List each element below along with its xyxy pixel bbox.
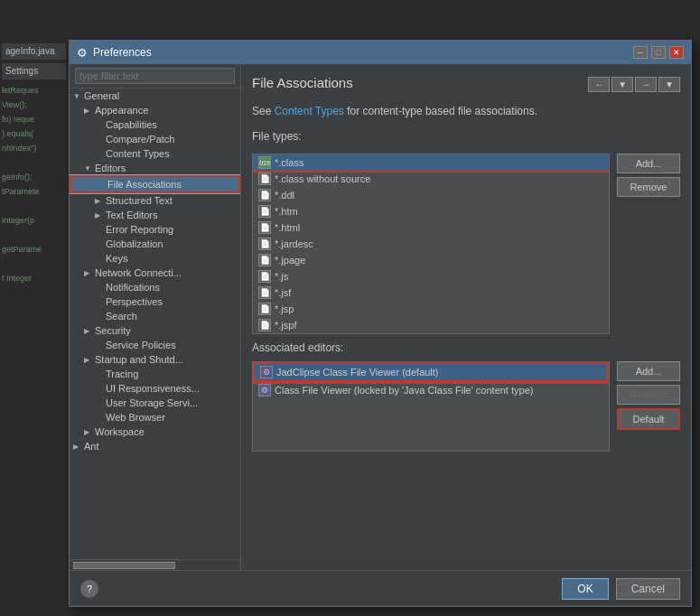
arrow-workspace: ▶ (84, 428, 95, 436)
tree-item-content-types[interactable]: ▶ Content Types (70, 146, 240, 161)
tree-item-workspace[interactable]: ▶ Workspace (70, 425, 240, 439)
tree-item-error-reporting[interactable]: ▶ Error Reporting (70, 222, 240, 237)
tree-item-ui-responsiveness[interactable]: ▶ UI Responsiveness... (70, 381, 240, 396)
code-line-1: letReques (2, 83, 66, 98)
ok-button[interactable]: OK (562, 578, 608, 600)
code-line-10: Integer(p (2, 213, 66, 228)
editor-jadclipse[interactable]: ⚙ JadClipse Class File Viewer (default) (253, 362, 609, 382)
dialog-minimize-button[interactable]: ─ (633, 46, 648, 59)
tab-ageinfo[interactable]: ageInfo.java (2, 43, 66, 60)
nav-forward-dropdown-button[interactable]: ▼ (658, 77, 680, 92)
nav-arrows: ← ▼ → ▼ (588, 77, 680, 92)
tree-label-notifications: Notifications (106, 282, 160, 293)
arrow-network: ▶ (84, 269, 95, 277)
file-type-js[interactable]: 📄 *.js (253, 268, 609, 285)
tree-hscrollbar[interactable] (70, 559, 240, 570)
tree-item-ant[interactable]: ▶ Ant (70, 439, 240, 453)
associated-editors-section: Associated editors: ⚙ JadClipse Class Fi… (252, 341, 680, 452)
tree-label-general: General (84, 90, 119, 101)
associated-editors-list[interactable]: ⚙ JadClipse Class File Viewer (default) … (252, 361, 610, 452)
editors-remove-button[interactable]: Remove (617, 385, 680, 405)
dialog-maximize-button[interactable]: □ (651, 46, 666, 59)
tree-item-tracing[interactable]: ▶ Tracing (70, 367, 240, 381)
file-type-htm-label: *.htm (275, 206, 298, 217)
tree-item-security[interactable]: ▶ Security (70, 323, 240, 338)
tree-item-startup-shutdown[interactable]: ▶ Startup and Shutd... (70, 352, 240, 367)
nav-back-button[interactable]: ← (588, 77, 610, 92)
code-line-2: View(); (2, 98, 66, 112)
tree-item-user-storage[interactable]: ▶ User Storage Servi... (70, 396, 240, 410)
file-type-jsp[interactable]: 📄 *.jsp (253, 301, 609, 317)
tree-item-keys[interactable]: ▶ Keys (70, 251, 240, 266)
file-type-html[interactable]: 📄 *.html (253, 219, 609, 236)
tree-item-appearance[interactable]: ▶ Appearance (70, 103, 240, 117)
editors-default-button[interactable]: Default (617, 408, 680, 430)
file-icon-jardesc: 📄 (258, 238, 271, 250)
file-icon-ddl: 📄 (258, 189, 271, 201)
file-type-jsf-label: *.jsf (275, 287, 291, 298)
tree-label-editors: Editors (95, 163, 126, 173)
tree-item-editors[interactable]: ▼ Editors (70, 161, 240, 175)
code-line-11 (2, 228, 66, 242)
dialog-titlebar: ⚙ Preferences ─ □ ✕ (70, 41, 691, 64)
file-types-list[interactable]: 019 *.class 📄 *.class without source 📄 *… (252, 154, 610, 334)
filter-input[interactable] (75, 68, 235, 84)
file-type-jsf[interactable]: 📄 *.jsf (253, 285, 609, 301)
tree-item-general[interactable]: ▼ General (70, 89, 240, 103)
arrow-startup: ▶ (84, 356, 95, 364)
file-type-jspf[interactable]: 📄 *.jspf (253, 317, 609, 333)
dialog-controls: ─ □ ✕ (633, 46, 684, 59)
tree-label-error-reporting: Error Reporting (106, 224, 173, 235)
file-icon-js: 📄 (258, 270, 271, 283)
file-types-add-button[interactable]: Add... (617, 154, 680, 173)
tree-item-structured-text[interactable]: ▶ Structured Text (70, 193, 240, 208)
tree-item-capabilities[interactable]: ▶ Capabilities (70, 117, 240, 132)
file-type-ddl[interactable]: 📄 *.ddl (253, 187, 609, 203)
file-type-htm[interactable]: 📄 *.htm (253, 203, 609, 219)
nav-forward-button[interactable]: → (635, 77, 657, 92)
tree-item-compare-patch[interactable]: ▶ Compare/Patch (70, 132, 240, 146)
file-type-jardesc[interactable]: 📄 *.jardesc (253, 236, 609, 252)
tree-item-perspectives[interactable]: ▶ Perspectives (70, 294, 240, 309)
file-type-html-label: *.html (275, 222, 300, 233)
tree-label-workspace: Workspace (95, 426, 145, 437)
tree-item-notifications[interactable]: ▶ Notifications (70, 280, 240, 294)
tree-item-network-connections[interactable]: ▶ Network Connecti... (70, 266, 240, 280)
file-type-class[interactable]: 019 *.class (253, 154, 609, 171)
tree-item-file-associations[interactable]: ▶ File Associations (70, 175, 240, 193)
tree-label-search: Search (106, 311, 137, 322)
dialog-footer: ? OK Cancel (70, 570, 691, 606)
tab-settings[interactable]: Settings (2, 63, 66, 79)
tree-item-globalization[interactable]: ▶ Globalization (70, 237, 240, 251)
dialog-close-button[interactable]: ✕ (669, 46, 684, 59)
file-type-jpage[interactable]: 📄 *.jpage (253, 252, 609, 268)
tree-container[interactable]: ▼ General ▶ Appearance ▶ Capabilities ▶ … (70, 89, 240, 559)
file-types-remove-button[interactable]: Remove (617, 177, 680, 197)
arrow-appearance: ▶ (84, 107, 95, 115)
file-type-ddl-label: *.ddl (275, 190, 294, 201)
tree-label-user-storage: User Storage Servi... (106, 397, 198, 408)
help-button[interactable]: ? (80, 580, 98, 598)
tree-item-service-policies[interactable]: ▶ Service Policies (70, 338, 240, 352)
code-line-6 (2, 155, 66, 170)
file-type-jsp-label: *.jsp (275, 303, 294, 314)
tree-item-web-browser[interactable]: ▶ Web Browser (70, 410, 240, 425)
code-line-7: geInfo(); (2, 170, 66, 184)
editors-add-button[interactable]: Add... (617, 361, 680, 381)
tree-label-file-associations: File Associations (107, 179, 182, 190)
eclipse-code-editor: ageInfo.java Settings letReques View(); … (0, 40, 68, 616)
file-type-class-without-source[interactable]: 📄 *.class without source (253, 171, 609, 187)
file-icon-class-without-source: 📄 (258, 173, 271, 185)
file-type-jpage-label: *.jpage (275, 255, 305, 266)
file-type-js-label: *.js (275, 271, 288, 282)
content-types-link[interactable]: Content Types (275, 105, 344, 117)
arrow-structured-text: ▶ (95, 197, 106, 205)
see-label: See (252, 105, 275, 117)
editor-class-viewer[interactable]: ⚙ Class File Viewer (locked by 'Java Cla… (253, 382, 609, 398)
nav-dropdown-button[interactable]: ▼ (611, 77, 633, 92)
description-text: for content-type based file associations… (344, 105, 537, 117)
cancel-button[interactable]: Cancel (616, 578, 680, 600)
tree-item-text-editors[interactable]: ▶ Text Editors (70, 208, 240, 222)
file-types-buttons: Add... Remove (617, 154, 680, 334)
tree-item-search[interactable]: ▶ Search (70, 309, 240, 323)
